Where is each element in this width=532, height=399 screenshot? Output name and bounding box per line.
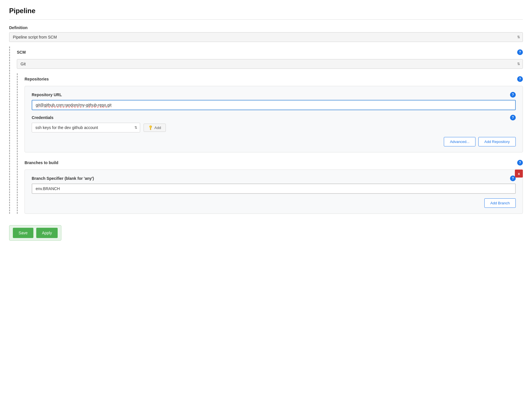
credentials-select-container: ssh keys for the dev github account - no…	[32, 123, 140, 132]
page-title: Pipeline	[9, 7, 523, 20]
branch-specifier-field-row: Branch Specifier (blank for 'any') ?	[32, 176, 516, 194]
branches-card: x Branch Specifier (blank for 'any') ? A…	[25, 170, 523, 214]
credentials-label: Credentials	[32, 115, 53, 120]
repositories-label: Repositories	[25, 77, 49, 81]
credentials-help-icon[interactable]: ?	[510, 115, 516, 120]
advanced-button[interactable]: Advanced...	[444, 137, 475, 146]
delete-branch-button[interactable]: x	[515, 170, 523, 178]
branch-specifier-input[interactable]	[32, 184, 516, 194]
branches-label: Branches to build	[25, 160, 58, 165]
branch-specifier-label: Branch Specifier (blank for 'any')	[32, 176, 94, 181]
repo-url-input[interactable]	[32, 100, 516, 110]
repositories-card: Repository URL ? Credentials ? ssh ke	[25, 86, 523, 152]
definition-select[interactable]: Pipeline script from SCM Pipeline script	[9, 32, 523, 42]
save-button[interactable]: Save	[13, 228, 33, 238]
bottom-button-area: Save Apply	[9, 221, 523, 241]
branches-header: Branches to build ?	[25, 157, 523, 168]
repo-url-help-icon[interactable]: ?	[510, 92, 516, 98]
repositories-help-icon[interactable]: ?	[517, 76, 523, 82]
add-repository-button[interactable]: Add Repository	[478, 137, 516, 146]
add-branch-button[interactable]: Add Branch	[484, 198, 516, 208]
credentials-row: ssh keys for the dev github account - no…	[32, 123, 516, 132]
scm-header: SCM ?	[17, 47, 523, 58]
scm-select[interactable]: Git None Subversion	[17, 59, 523, 69]
repositories-header: Repositories ?	[25, 73, 523, 85]
credentials-label-row: Credentials ?	[32, 115, 516, 120]
scm-section: SCM ? Git None Subversion ⇅ Repositories…	[9, 47, 523, 214]
credentials-select[interactable]: ssh keys for the dev github account - no…	[32, 123, 140, 132]
branch-specifier-label-row: Branch Specifier (blank for 'any') ?	[32, 176, 516, 181]
bottom-buttons-container: Save Apply	[9, 225, 61, 241]
credentials-field-row: Credentials ? ssh keys for the dev githu…	[32, 115, 516, 132]
definition-select-container: Pipeline script from SCM Pipeline script…	[9, 32, 523, 42]
repo-url-field-row: Repository URL ?	[32, 92, 516, 110]
scm-help-icon[interactable]: ?	[517, 49, 523, 55]
repo-url-label-row: Repository URL ?	[32, 92, 516, 98]
repo-url-label: Repository URL	[32, 92, 62, 97]
repo-action-buttons: Advanced... Add Repository	[32, 137, 516, 146]
scm-select-container: Git None Subversion ⇅	[17, 59, 523, 69]
apply-button[interactable]: Apply	[36, 228, 58, 238]
scm-label: SCM	[17, 50, 26, 55]
definition-label: Definition	[9, 25, 523, 30]
add-credentials-button[interactable]: 🔑 Add	[144, 124, 166, 132]
add-credentials-label: Add	[154, 126, 161, 130]
branches-help-icon[interactable]: ?	[517, 160, 523, 166]
key-icon: 🔑	[148, 125, 154, 131]
repositories-section: Repositories ? Repository URL ? Credenti…	[17, 73, 523, 214]
branch-action-buttons: Add Branch	[32, 198, 516, 208]
